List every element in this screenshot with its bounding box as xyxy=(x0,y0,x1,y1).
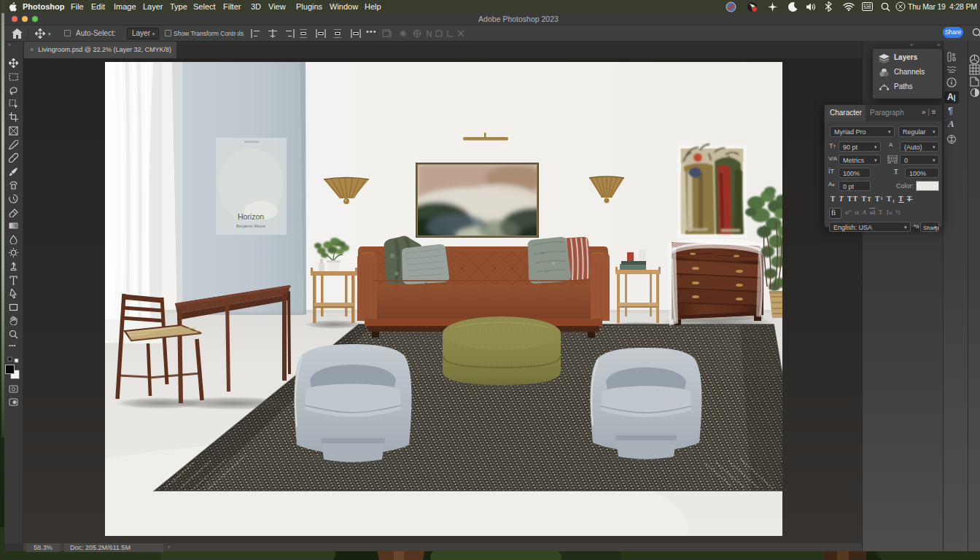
svg-text:Horizon: Horizon xyxy=(238,212,264,221)
svg-text:Benjamin Moore: Benjamin Moore xyxy=(236,224,265,228)
